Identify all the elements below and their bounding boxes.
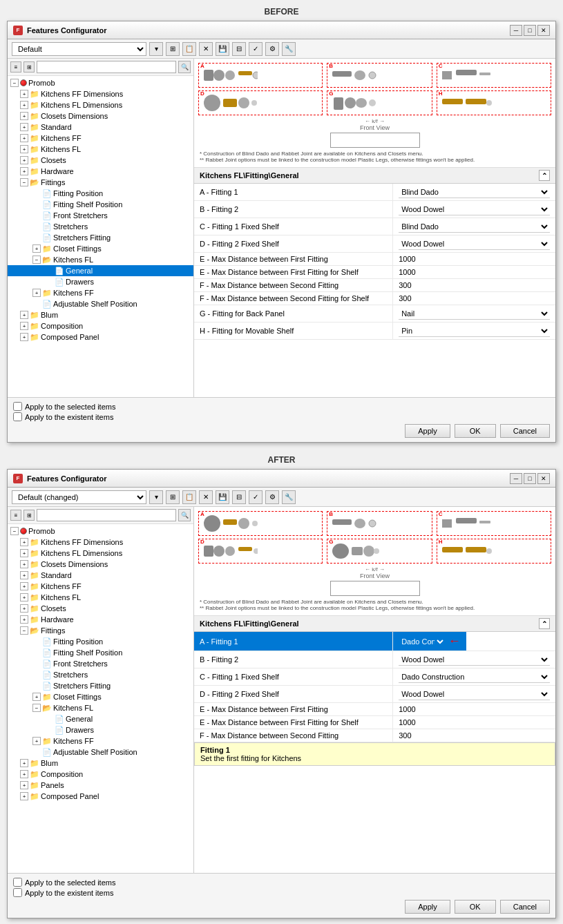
tree-item-cl-dim[interactable]: + 📁 Closets Dimensions <box>8 110 193 122</box>
after-tree-expand-closet-fit[interactable]: + <box>32 693 41 701</box>
after-tree-item-cl-dim[interactable]: + 📁 Closets Dimensions <box>8 559 193 570</box>
before-search-btn[interactable]: 🔍 <box>178 61 191 73</box>
after-tree-item-stretchers[interactable]: 📄 Stretchers <box>8 669 193 680</box>
before-collapse-btn[interactable]: ⌃ <box>539 170 550 181</box>
before-select-G[interactable]: Nail Pin <box>399 307 550 320</box>
after-check1-label[interactable]: Apply to the selected items <box>13 878 550 887</box>
after-tree-item-blum[interactable]: + 📁 Blum <box>8 758 193 769</box>
after-tb-btn8[interactable]: ⚙ <box>265 490 279 504</box>
tree-item-kff[interactable]: + 📁 Kitchens FF <box>8 133 193 144</box>
tree-item-adj-shelf[interactable]: 📄 Adjustable Shelf Position <box>8 298 193 309</box>
after-cancel-btn[interactable]: Cancel <box>500 900 550 914</box>
tree-item-fitting-shelf-pos[interactable]: 📄 Fitting Shelf Position <box>8 199 193 210</box>
before-select-B[interactable]: Blind Dado Wood Dowel Dado Construction <box>399 203 550 215</box>
after-ok-btn[interactable]: OK <box>455 900 496 914</box>
after-tree-item-panels[interactable]: + 📁 Panels <box>8 780 193 791</box>
after-collapse-btn[interactable]: ⌃ <box>539 618 550 629</box>
tree-expand-closet-fit[interactable]: + <box>32 244 41 253</box>
before-apply-btn[interactable]: Apply <box>405 424 450 438</box>
before-tb-btn3[interactable]: 📋 <box>182 42 196 56</box>
after-tree-expand-kfl[interactable]: + <box>20 593 28 601</box>
before-close-btn[interactable]: ✕ <box>537 25 550 36</box>
after-tree-expand-fittings[interactable]: − <box>20 626 28 635</box>
tree-item-drawers[interactable]: 📄 Drawers <box>8 276 193 287</box>
tree-item-composed[interactable]: + 📁 Composed Panel <box>8 331 193 343</box>
after-tb-btn6[interactable]: ⊟ <box>232 490 246 504</box>
before-maximize-btn[interactable]: □ <box>524 25 536 36</box>
after-tree-expand-kff[interactable]: + <box>20 582 28 590</box>
tree-item-fittings[interactable]: − 📂 Fittings <box>8 177 193 188</box>
before-search-input[interactable] <box>37 61 176 73</box>
before-check1[interactable] <box>13 402 22 411</box>
before-title-controls[interactable]: ─ □ ✕ <box>510 25 550 36</box>
after-profile-select[interactable]: Default (changed) <box>12 490 146 504</box>
tree-expand-fittings[interactable]: − <box>20 178 28 186</box>
after-tree-btn1[interactable]: ≡ <box>10 510 21 521</box>
after-tree-item-closets[interactable]: + 📁 Closets <box>8 603 193 614</box>
tree-item-fitting-pos[interactable]: 📄 Fitting Position <box>8 188 193 199</box>
before-profile-select[interactable]: Default <box>12 42 146 56</box>
tree-expand-composition[interactable]: + <box>20 322 28 330</box>
after-tree-item-kfl-dim[interactable]: + 📁 Kitchens FL Dimensions <box>8 548 193 559</box>
tree-item-kfl-sub[interactable]: − 📂 Kitchens FL <box>8 254 193 265</box>
after-apply-btn[interactable]: Apply <box>405 900 450 914</box>
after-tb-btn9[interactable]: 🔧 <box>282 490 296 504</box>
after-tree-item-promob[interactable]: − Promob <box>8 526 193 537</box>
before-tb-btn4[interactable]: ✕ <box>199 42 213 56</box>
tree-expand-composed[interactable]: + <box>20 333 28 341</box>
after-tree-expand-kfl-sub[interactable]: − <box>32 704 41 712</box>
before-tree-btn1[interactable]: ≡ <box>10 61 21 73</box>
tree-item-composition[interactable]: + 📁 Composition <box>8 320 193 331</box>
before-tb-btn8[interactable]: ⚙ <box>265 42 279 56</box>
tree-expand-kff-dim[interactable]: + <box>20 90 28 98</box>
after-tree-item-kff[interactable]: + 📁 Kitchens FF <box>8 581 193 592</box>
after-select-C[interactable]: Blind Dado Wood Dowel Dado Construction <box>399 671 550 683</box>
after-tree-expand-hardware[interactable]: + <box>20 615 28 624</box>
after-tree-expand-composition[interactable]: + <box>20 770 28 778</box>
before-tb-btn5[interactable]: 💾 <box>216 42 229 56</box>
tree-item-front-stretch[interactable]: 📄 Front Stretchers <box>8 210 193 221</box>
before-check2[interactable] <box>13 412 22 421</box>
after-tree-item-standard[interactable]: + 📁 Standard <box>8 570 193 581</box>
tree-item-kff-sub[interactable]: + 📁 Kitchens FF <box>8 287 193 298</box>
after-tree-item-composition[interactable]: + 📁 Composition <box>8 769 193 780</box>
after-tree-expand-kff-dim[interactable]: + <box>20 538 28 546</box>
after-search-btn[interactable]: 🔍 <box>178 509 191 521</box>
tree-expand-hardware[interactable]: + <box>20 167 28 175</box>
after-tb-btn2[interactable]: ⊞ <box>166 490 180 504</box>
after-minimize-btn[interactable]: ─ <box>510 473 522 484</box>
before-tb-btn1[interactable]: ▾ <box>149 42 163 56</box>
after-tb-btn4[interactable]: ✕ <box>199 490 213 504</box>
after-check2-label[interactable]: Apply to the existent items <box>13 888 550 897</box>
tree-item-closet-fit[interactable]: + 📁 Closet Fittings <box>8 243 193 254</box>
after-select-D[interactable]: Blind Dado Wood Dowel Dado Construction <box>399 688 550 700</box>
before-select-H[interactable]: Nail Pin <box>399 325 550 337</box>
after-check1[interactable] <box>13 878 22 887</box>
after-tree-item-stretch-fitting[interactable]: 📄 Stretchers Fitting <box>8 680 193 691</box>
after-select-A[interactable]: Blind Dado Wood Dowel Dado Construction <box>399 635 446 648</box>
after-tree-expand-closets[interactable]: + <box>20 604 28 613</box>
after-tree-item-general[interactable]: 📄 General <box>8 713 193 724</box>
before-select-D[interactable]: Blind Dado Wood Dowel Dado Construction <box>399 238 550 250</box>
before-ok-btn[interactable]: OK <box>455 424 496 438</box>
tree-expand-kff[interactable]: + <box>20 134 28 142</box>
after-tree-expand-promob[interactable]: − <box>10 527 19 535</box>
after-tree-expand-standard[interactable]: + <box>20 571 28 579</box>
after-check2[interactable] <box>13 888 22 897</box>
tree-expand-blum[interactable]: + <box>20 311 28 319</box>
after-select-B[interactable]: Blind Dado Wood Dowel Dado Construction <box>399 653 550 666</box>
after-tree-expand-kff-sub[interactable]: + <box>32 737 41 745</box>
after-maximize-btn[interactable]: □ <box>524 473 536 484</box>
tree-item-hardware[interactable]: + 📁 Hardware <box>8 166 193 177</box>
tree-item-promob[interactable]: − Promob <box>8 77 193 88</box>
after-close-btn[interactable]: ✕ <box>537 473 550 484</box>
after-tree-item-kfl[interactable]: + 📁 Kitchens FL <box>8 592 193 603</box>
tree-item-blum[interactable]: + 📁 Blum <box>8 309 193 320</box>
after-tree-item-front-stretch[interactable]: 📄 Front Stretchers <box>8 658 193 669</box>
after-tree-item-kfl-sub[interactable]: − 📂 Kitchens FL <box>8 702 193 713</box>
tree-item-closets[interactable]: + 📁 Closets <box>8 155 193 166</box>
after-tree-item-composed[interactable]: + 📁 Composed Panel <box>8 791 193 802</box>
before-check2-label[interactable]: Apply to the existent items <box>13 412 550 421</box>
after-tree-item-fitting-pos[interactable]: 📄 Fitting Position <box>8 636 193 647</box>
after-tree-expand-kfl-dim[interactable]: + <box>20 549 28 557</box>
